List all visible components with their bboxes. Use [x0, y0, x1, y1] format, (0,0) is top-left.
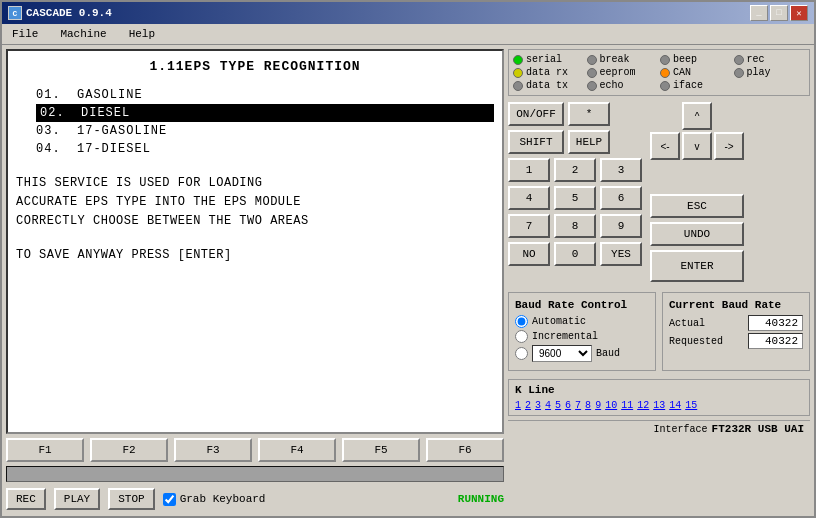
- key-3[interactable]: 3: [600, 158, 642, 182]
- keypad: ON/OFF * SHIFT HELP 1 2 3: [508, 102, 810, 437]
- f1-key[interactable]: F1: [6, 438, 84, 462]
- datarx-label: data rx: [526, 67, 568, 78]
- f3-key[interactable]: F3: [174, 438, 252, 462]
- f2-key[interactable]: F2: [90, 438, 168, 462]
- nav-up[interactable]: ^: [682, 102, 712, 130]
- datatx-label: data tx: [526, 80, 568, 91]
- kline-4[interactable]: 4: [545, 400, 551, 411]
- undo-button[interactable]: UNDO: [650, 222, 744, 246]
- close-button[interactable]: ✕: [790, 5, 808, 21]
- list-item-gasoline[interactable]: 01. GASOLINE: [36, 86, 494, 104]
- key-0[interactable]: 0: [554, 242, 596, 266]
- kline-7[interactable]: 7: [575, 400, 581, 411]
- nav-down[interactable]: v: [682, 132, 712, 160]
- kline-5[interactable]: 5: [555, 400, 561, 411]
- empty-indicator: [734, 80, 806, 91]
- baud-inc-radio[interactable]: [515, 330, 528, 343]
- kline-13[interactable]: 13: [653, 400, 665, 411]
- kline-2[interactable]: 2: [525, 400, 531, 411]
- play-button[interactable]: PLAY: [54, 488, 100, 510]
- shift-button[interactable]: SHIFT: [508, 130, 564, 154]
- beep-led: [660, 55, 670, 65]
- kline-title: K Line: [515, 384, 803, 396]
- baud-rate-section: Baud Rate Control Automatic Incremental: [508, 292, 656, 371]
- key-8[interactable]: 8: [554, 214, 596, 238]
- nav-right[interactable]: ->: [714, 132, 744, 160]
- key-yes[interactable]: YES: [600, 242, 642, 266]
- kline-15[interactable]: 15: [685, 400, 697, 411]
- baud-select[interactable]: 9600: [532, 345, 592, 362]
- key-6[interactable]: 6: [600, 186, 642, 210]
- esc-button[interactable]: ESC: [650, 194, 744, 218]
- maximize-button[interactable]: □: [770, 5, 788, 21]
- play-led: [734, 68, 744, 78]
- echo-label: echo: [600, 80, 624, 91]
- list-item-17-gasoline[interactable]: 03. 17-GASOLINE: [36, 122, 494, 140]
- can-label: CAN: [673, 67, 691, 78]
- play-indicator: play: [734, 67, 806, 78]
- menu-machine[interactable]: Machine: [54, 26, 112, 42]
- status-indicators: serial break beep rec data rx: [508, 49, 810, 96]
- star-button[interactable]: *: [568, 102, 610, 126]
- stop-button[interactable]: STOP: [108, 488, 154, 510]
- nav-empty-tr: [714, 102, 744, 130]
- iface-indicator: iface: [660, 80, 732, 91]
- baud-auto-label: Automatic: [532, 316, 586, 327]
- onoff-button[interactable]: ON/OFF: [508, 102, 564, 126]
- list-item-17-diesel[interactable]: 04. 17-DIESEL: [36, 140, 494, 158]
- help-button[interactable]: HELP: [568, 130, 610, 154]
- kline-3[interactable]: 3: [535, 400, 541, 411]
- panel-title: 1.11EPS TYPE RECOGNITION: [16, 59, 494, 74]
- rec-button[interactable]: REC: [6, 488, 46, 510]
- echo-indicator: echo: [587, 80, 659, 91]
- f6-key[interactable]: F6: [426, 438, 504, 462]
- app-icon: C: [8, 6, 22, 20]
- kline-8[interactable]: 8: [585, 400, 591, 411]
- echo-led: [587, 81, 597, 91]
- interface-bar: Interface FT232R USB UAI: [508, 420, 810, 437]
- key-2[interactable]: 2: [554, 158, 596, 182]
- requested-value: 40322: [748, 333, 803, 349]
- interface-value: FT232R USB UAI: [712, 423, 804, 435]
- key-no[interactable]: NO: [508, 242, 550, 266]
- menu-file[interactable]: File: [6, 26, 44, 42]
- rec-indicator: rec: [734, 54, 806, 65]
- key-7[interactable]: 7: [508, 214, 550, 238]
- enter-button[interactable]: ENTER: [650, 250, 744, 282]
- requested-label: Requested: [669, 336, 723, 347]
- kline-9[interactable]: 9: [595, 400, 601, 411]
- kline-section: K Line 1 2 3 4 5 6 7 8 9 10 11 12: [508, 379, 810, 416]
- f5-key[interactable]: F5: [342, 438, 420, 462]
- key-1[interactable]: 1: [508, 158, 550, 182]
- nav-left[interactable]: <-: [650, 132, 680, 160]
- prompt-text: TO SAVE ANYWAY PRESS [ENTER]: [16, 248, 494, 262]
- app-icon-letter: C: [13, 9, 18, 18]
- key-4[interactable]: 4: [508, 186, 550, 210]
- minimize-button[interactable]: _: [750, 5, 768, 21]
- eeprom-indicator: eeprom: [587, 67, 659, 78]
- grab-keyboard-checkbox[interactable]: Grab Keyboard: [163, 493, 266, 506]
- key-9[interactable]: 9: [600, 214, 642, 238]
- baud-auto-radio[interactable]: [515, 315, 528, 328]
- progress-bar: [6, 466, 504, 482]
- list-item-diesel[interactable]: 02. DIESEL: [36, 104, 494, 122]
- key-5[interactable]: 5: [554, 186, 596, 210]
- baud-inc-label: Incremental: [532, 331, 598, 342]
- menu-help[interactable]: Help: [123, 26, 161, 42]
- can-led: [660, 68, 670, 78]
- baud-manual-radio[interactable]: [515, 347, 528, 360]
- datarx-led: [513, 68, 523, 78]
- actual-value: 40322: [748, 315, 803, 331]
- f4-key[interactable]: F4: [258, 438, 336, 462]
- kline-12[interactable]: 12: [637, 400, 649, 411]
- iface-label: iface: [673, 80, 703, 91]
- kline-14[interactable]: 14: [669, 400, 681, 411]
- break-indicator: break: [587, 54, 659, 65]
- kline-1[interactable]: 1: [515, 400, 521, 411]
- beep-indicator: beep: [660, 54, 732, 65]
- kline-11[interactable]: 11: [621, 400, 633, 411]
- window-title: CASCADE 0.9.4: [26, 7, 112, 19]
- grab-keyboard-input[interactable]: [163, 493, 176, 506]
- kline-10[interactable]: 10: [605, 400, 617, 411]
- kline-6[interactable]: 6: [565, 400, 571, 411]
